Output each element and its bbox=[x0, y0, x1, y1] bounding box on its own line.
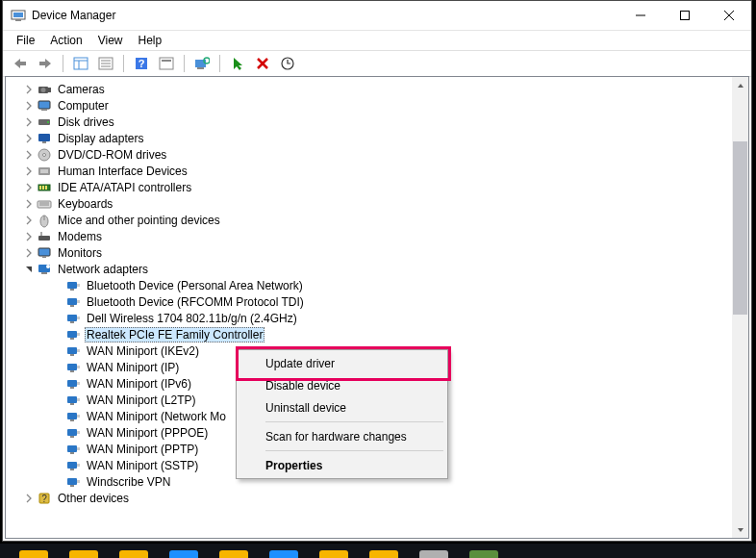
svg-rect-48 bbox=[38, 236, 50, 241]
svg-rect-61 bbox=[67, 315, 77, 321]
tree-item-label: Human Interface Devices bbox=[56, 165, 189, 178]
ctx-disable-device[interactable]: Disable device bbox=[239, 374, 445, 396]
svg-rect-91 bbox=[67, 478, 77, 485]
update-button[interactable] bbox=[276, 52, 299, 75]
ctx-properties[interactable]: Properties bbox=[239, 454, 445, 476]
svg-rect-21 bbox=[197, 67, 204, 69]
svg-rect-76 bbox=[67, 396, 77, 403]
show-hide-tree-button[interactable] bbox=[69, 52, 92, 75]
taskbar-item[interactable] bbox=[169, 550, 198, 558]
taskbar-item[interactable] bbox=[319, 550, 348, 558]
ctx-scan-hardware[interactable]: Scan for hardware changes bbox=[239, 425, 445, 447]
chevron-right-icon[interactable] bbox=[23, 166, 35, 176]
taskbar-item[interactable] bbox=[469, 550, 498, 558]
ide-icon bbox=[37, 180, 52, 195]
chevron-right-icon[interactable] bbox=[23, 117, 35, 127]
taskbar-item[interactable] bbox=[219, 550, 248, 558]
properties-button[interactable] bbox=[94, 52, 117, 75]
tree-item[interactable]: Computer bbox=[6, 97, 732, 114]
vertical-scrollbar[interactable] bbox=[732, 77, 748, 538]
netadapter-icon bbox=[65, 442, 81, 457]
tree-item[interactable]: IDE ATA/ATAPI controllers bbox=[6, 179, 732, 195]
close-button[interactable] bbox=[707, 1, 751, 30]
chevron-right-icon[interactable] bbox=[23, 199, 35, 209]
tree-item[interactable]: Cameras bbox=[6, 81, 732, 97]
taskbar-item[interactable] bbox=[369, 550, 398, 558]
svg-rect-69 bbox=[77, 349, 80, 352]
svg-point-32 bbox=[47, 121, 49, 123]
chevron-right-icon[interactable] bbox=[23, 248, 35, 258]
uninstall-button[interactable] bbox=[251, 52, 274, 75]
netadapter-icon bbox=[65, 360, 81, 375]
svg-rect-28 bbox=[48, 88, 51, 92]
scroll-up-arrow[interactable] bbox=[732, 77, 748, 93]
menu-help[interactable]: Help bbox=[131, 32, 170, 49]
chevron-down-icon[interactable] bbox=[23, 265, 35, 274]
scroll-thumb[interactable] bbox=[733, 141, 747, 315]
chevron-right-icon[interactable] bbox=[23, 183, 35, 192]
tree-item[interactable]: Disk drives bbox=[6, 114, 732, 130]
toolbar-separator bbox=[123, 55, 124, 72]
scroll-track[interactable] bbox=[732, 93, 748, 521]
svg-rect-81 bbox=[77, 415, 80, 418]
help-button[interactable]: ? bbox=[130, 52, 153, 75]
svg-rect-59 bbox=[70, 305, 74, 307]
chevron-right-icon[interactable] bbox=[23, 494, 35, 503]
forward-button[interactable] bbox=[34, 52, 57, 75]
tree-item[interactable]: Human Interface Devices bbox=[6, 163, 732, 179]
mouse-icon bbox=[37, 213, 52, 228]
tree-item[interactable]: DVD/CD-ROM drives bbox=[6, 146, 732, 163]
tree-item-label: DVD/CD-ROM drives bbox=[56, 148, 168, 162]
network-icon bbox=[37, 262, 52, 277]
back-button[interactable] bbox=[9, 52, 32, 75]
taskbar-item[interactable] bbox=[419, 550, 448, 558]
chevron-right-icon[interactable] bbox=[23, 101, 35, 111]
minimize-button[interactable] bbox=[618, 1, 663, 30]
svg-rect-7 bbox=[20, 62, 26, 65]
taskbar-item[interactable] bbox=[69, 550, 98, 558]
svg-rect-90 bbox=[77, 464, 80, 467]
scroll-down-arrow[interactable] bbox=[732, 521, 748, 538]
taskbar[interactable] bbox=[0, 544, 756, 558]
taskbar-item[interactable] bbox=[269, 550, 298, 558]
svg-rect-93 bbox=[77, 480, 80, 483]
taskbar-item[interactable] bbox=[119, 550, 148, 558]
tree-item[interactable]: Network adapters bbox=[6, 261, 732, 277]
scan-hardware-button[interactable] bbox=[190, 52, 214, 75]
chevron-right-icon[interactable] bbox=[23, 150, 35, 160]
maximize-button[interactable] bbox=[663, 1, 707, 30]
svg-rect-18 bbox=[160, 58, 173, 69]
ctx-uninstall-device[interactable]: Uninstall device bbox=[239, 396, 445, 418]
tree-item[interactable]: Display adapters bbox=[6, 130, 732, 146]
tree-item-label: WAN Miniport (IKEv2) bbox=[85, 344, 201, 358]
tree-item[interactable]: Realtek PCIe FE Family Controller bbox=[6, 326, 732, 342]
menu-file[interactable]: File bbox=[9, 32, 42, 49]
menu-view[interactable]: View bbox=[90, 32, 131, 49]
svg-rect-60 bbox=[77, 300, 80, 303]
ctx-update-driver[interactable]: Update driver bbox=[239, 352, 445, 374]
tree-item[interactable]: Mice and other pointing devices bbox=[6, 212, 732, 228]
chevron-right-icon[interactable] bbox=[23, 134, 35, 143]
taskbar-item[interactable] bbox=[19, 550, 48, 558]
enable-button[interactable] bbox=[226, 52, 249, 75]
toolbar-separator bbox=[184, 55, 185, 72]
tree-item[interactable]: Bluetooth Device (Personal Area Network) bbox=[6, 277, 732, 293]
tree-item[interactable]: Monitors bbox=[6, 244, 732, 261]
svg-rect-1 bbox=[13, 13, 23, 17]
tree-item-label: Keyboards bbox=[56, 197, 114, 211]
action-button[interactable] bbox=[155, 52, 178, 75]
tree-item-label: Disk drives bbox=[56, 115, 116, 129]
tree-item[interactable]: Dell Wireless 1704 802.11b/g/n (2.4GHz) bbox=[6, 310, 732, 326]
chevron-right-icon[interactable] bbox=[23, 216, 35, 225]
menu-action[interactable]: Action bbox=[42, 32, 89, 49]
tree-item[interactable]: ?Other devices bbox=[6, 490, 732, 506]
tree-item[interactable]: Modems bbox=[6, 228, 732, 244]
ctx-separator bbox=[265, 450, 443, 451]
tree-item[interactable]: Keyboards bbox=[6, 195, 732, 212]
tree-item-label: Cameras bbox=[56, 83, 107, 96]
netadapter-icon bbox=[65, 376, 81, 392]
chevron-right-icon[interactable] bbox=[23, 85, 35, 94]
svg-rect-70 bbox=[67, 364, 77, 370]
chevron-right-icon[interactable] bbox=[23, 232, 35, 241]
tree-item[interactable]: Bluetooth Device (RFCOMM Protocol TDI) bbox=[6, 293, 732, 310]
